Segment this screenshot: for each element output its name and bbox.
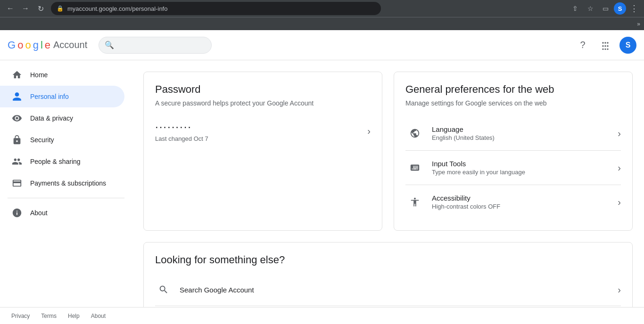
- reload-button[interactable]: ↻: [34, 2, 47, 15]
- pref-text-language: Language English (United States): [432, 125, 618, 141]
- sidebar-label-people-sharing: People & sharing: [30, 158, 81, 165]
- pref-label-input-tools: Input Tools: [432, 160, 618, 168]
- pref-item-accessibility[interactable]: Accessibility High-contrast colors OFF ›: [405, 185, 621, 219]
- address-text: myaccount.google.com/personal-info: [67, 5, 167, 12]
- main-content: Password A secure password helps protect…: [132, 60, 644, 324]
- info-icon: [11, 208, 23, 218]
- back-button[interactable]: ←: [4, 2, 17, 15]
- share-button[interactable]: ⇧: [569, 2, 582, 15]
- app-header: Google Account 🔍 ? S: [0, 30, 644, 60]
- apps-grid-icon: [601, 40, 610, 50]
- bookmarks-bar: »: [0, 17, 644, 30]
- address-bar[interactable]: 🔒 myaccount.google.com/personal-info: [51, 2, 381, 15]
- general-prefs-title: General preferences for the web: [405, 83, 621, 96]
- sidebar-item-people-sharing[interactable]: People & sharing: [0, 151, 124, 172]
- forward-button[interactable]: →: [19, 2, 32, 15]
- footer: Privacy Terms Help About: [0, 307, 644, 324]
- password-card-subtitle: A secure password helps protect your Goo…: [155, 99, 371, 107]
- footer-terms[interactable]: Terms: [41, 313, 57, 319]
- keyboard-icon: [405, 158, 424, 177]
- password-card: Password A secure password helps protect…: [143, 72, 382, 231]
- sidebar-item-about[interactable]: About: [0, 202, 124, 224]
- password-dots: ·········: [155, 120, 208, 133]
- search-account-chevron-icon: ›: [618, 284, 621, 295]
- general-prefs-subtitle: Manage settings for Google services on t…: [405, 99, 621, 107]
- pref-label-accessibility: Accessibility: [432, 194, 618, 202]
- sidebar-label-security: Security: [30, 136, 54, 144]
- logo-g2: g: [33, 39, 39, 51]
- sidebar-label-about: About: [30, 209, 48, 217]
- browser-chrome: ← → ↻ 🔒 myaccount.google.com/personal-in…: [0, 0, 644, 17]
- help-button[interactable]: ?: [574, 37, 591, 54]
- general-prefs-card: General preferences for the web Manage s…: [394, 72, 633, 231]
- cards-row: Password A secure password helps protect…: [143, 72, 633, 231]
- browser-nav-buttons: ← → ↻: [4, 2, 47, 15]
- accessibility-chevron-icon: ›: [618, 197, 621, 208]
- pref-label-language: Language: [432, 125, 618, 133]
- bookmarks-expand[interactable]: »: [637, 21, 640, 27]
- logo-account-text: Account: [53, 40, 87, 50]
- logo-o1: o: [17, 39, 23, 51]
- people-icon: [11, 156, 23, 167]
- sidebar-label-home: Home: [30, 71, 48, 79]
- header-right: ? S: [574, 37, 636, 54]
- looking-section-title: Looking for something else?: [155, 254, 621, 266]
- apps-button[interactable]: [597, 37, 614, 54]
- logo-g: G: [8, 39, 16, 51]
- person-icon: [11, 91, 23, 102]
- password-card-title: Password: [155, 83, 371, 96]
- footer-privacy[interactable]: Privacy: [11, 313, 30, 319]
- password-last-changed: Last changed Oct 7: [155, 135, 208, 142]
- footer-help[interactable]: Help: [68, 313, 80, 319]
- sidebar-label-personal-info: Personal info: [30, 93, 69, 100]
- pref-item-input-tools[interactable]: Input Tools Type more easily in your lan…: [405, 151, 621, 185]
- search-account-row[interactable]: Search Google Account ›: [155, 274, 621, 306]
- password-chevron-icon: ›: [367, 126, 371, 137]
- lock-icon: 🔒: [57, 5, 64, 12]
- main-layout: Home Personal info Data & privacy Securi…: [0, 60, 644, 324]
- search-icon: [155, 281, 172, 298]
- header-search-icon: 🔍: [105, 40, 114, 49]
- sidebar-item-security[interactable]: Security: [0, 129, 124, 151]
- sidebar: Home Personal info Data & privacy Securi…: [0, 60, 132, 324]
- browser-actions: ⇧ ☆ ▭ S ⋮: [569, 2, 640, 15]
- user-avatar[interactable]: S: [619, 37, 636, 54]
- language-chevron-icon: ›: [618, 128, 621, 139]
- more-button[interactable]: ⋮: [628, 3, 640, 14]
- globe-icon: [405, 124, 424, 143]
- sidebar-label-data-privacy: Data & privacy: [30, 114, 73, 122]
- pref-text-accessibility: Accessibility High-contrast colors OFF: [432, 194, 618, 210]
- pref-text-input-tools: Input Tools Type more easily in your lan…: [432, 160, 618, 176]
- bookmark-button[interactable]: ☆: [584, 2, 597, 15]
- search-account-label: Search Google Account: [180, 286, 618, 294]
- logo-o2: o: [25, 39, 31, 51]
- pref-desc-language: English (United States): [432, 134, 618, 141]
- pref-item-language[interactable]: Language English (United States) ›: [405, 116, 621, 151]
- extensions-button[interactable]: ▭: [599, 2, 612, 15]
- footer-about[interactable]: About: [91, 313, 106, 319]
- google-logo: Google Account: [8, 39, 87, 51]
- sidebar-item-data-privacy[interactable]: Data & privacy: [0, 107, 124, 129]
- profile-button[interactable]: S: [614, 2, 626, 15]
- sidebar-item-home[interactable]: Home: [0, 64, 124, 86]
- header-search[interactable]: 🔍: [99, 37, 212, 54]
- sidebar-item-payments[interactable]: Payments & subscriptions: [0, 172, 124, 194]
- logo-l: l: [41, 39, 43, 51]
- password-row[interactable]: ········· Last changed Oct 7 ›: [155, 116, 371, 146]
- sidebar-divider: [8, 198, 124, 198]
- eye-icon: [11, 113, 23, 123]
- credit-card-icon: [11, 178, 23, 188]
- sidebar-item-personal-info[interactable]: Personal info: [0, 86, 124, 107]
- home-icon: [11, 70, 23, 80]
- pref-desc-input-tools: Type more easily in your language: [432, 169, 618, 176]
- pref-desc-accessibility: High-contrast colors OFF: [432, 203, 618, 210]
- logo-e: e: [45, 39, 50, 51]
- accessibility-icon: [405, 193, 424, 211]
- input-tools-chevron-icon: ›: [618, 162, 621, 173]
- sidebar-label-payments: Payments & subscriptions: [30, 179, 106, 187]
- lock-icon: [11, 135, 23, 145]
